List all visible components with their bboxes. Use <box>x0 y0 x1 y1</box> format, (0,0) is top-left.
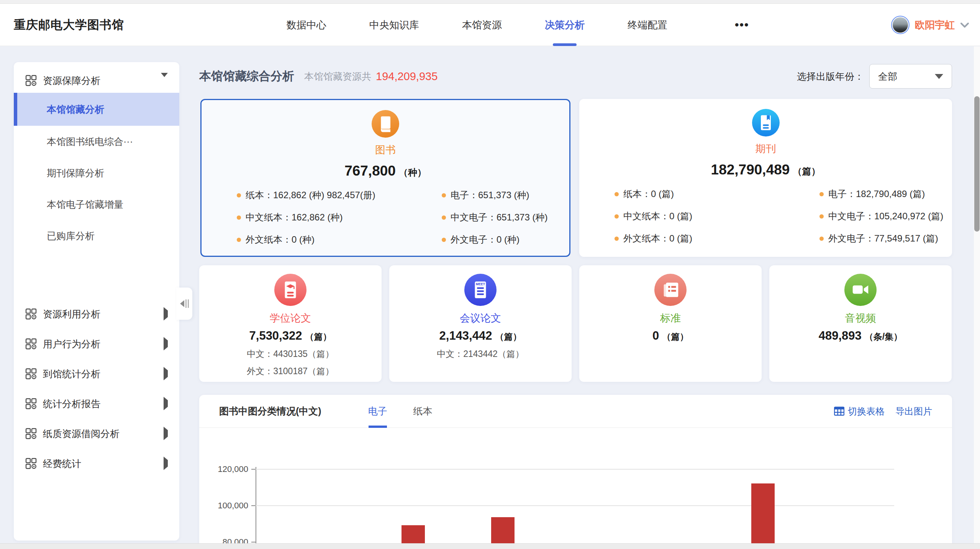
y-axis-tick <box>251 542 256 542</box>
card-books[interactable]: 图书 767,800 （种） 纸本：162,862 (种) 982,457(册)… <box>200 99 570 257</box>
stat-line: 中文纸本：162,862 (种) <box>237 211 442 224</box>
chart-header: 图书中图分类情况(中文) 电子 纸本 <box>199 395 952 428</box>
grid-eye-icon <box>25 398 37 409</box>
bottom-scrollbar-track[interactable] <box>0 543 980 549</box>
sidebar-section-stat-report[interactable]: 统计分析报告 <box>14 389 179 419</box>
y-axis-line <box>256 467 256 549</box>
sidebar-section-user-behavior[interactable]: 用户行为分析 <box>14 329 179 359</box>
card-total: 7,530,322 （篇） <box>199 329 382 343</box>
nav-item-central-knowledge[interactable]: 中央知识库 <box>369 4 419 46</box>
year-select-value: 全部 <box>878 70 897 83</box>
year-filter: 选择出版年份： 全部 <box>797 64 952 89</box>
bullet-icon <box>237 215 241 220</box>
card-title: 期刊 <box>579 142 952 156</box>
sidebar-item-collection-analysis[interactable]: 本馆馆藏分析 <box>14 93 179 126</box>
bar-chart-plot: 120,000100,00080,000 <box>199 428 952 549</box>
journal-stats: 纸本：0 (篇) 中文纸本：0 (篇) 外文纸本：0 (篇) 电子：182,79… <box>579 178 952 245</box>
card-total: 182,790,489 （篇） <box>579 162 952 178</box>
chart-tabs: 电子 纸本 <box>368 395 433 428</box>
conference-sublines: 中文：2143442（篇） <box>389 348 572 360</box>
sidebar-item-book-paper-electronic[interactable]: 本馆图书纸电综合··· <box>14 126 179 157</box>
stat-line: 外文纸本：0 (篇) <box>615 232 819 245</box>
user-menu[interactable]: 欧阳宇虹 <box>891 4 969 46</box>
sidebar-item-e-collection-increment[interactable]: 本馆电子馆藏增量 <box>14 189 179 220</box>
card-total: 767,800 （种） <box>202 163 569 179</box>
bullet-icon <box>615 214 619 219</box>
bullet-icon <box>237 193 241 197</box>
card-title: 学位论文 <box>199 311 382 325</box>
app-root: 重庆邮电大学图书馆 数据中心 中央知识库 本馆资源 决策分析 终端配置 ••• … <box>0 0 980 549</box>
sidebar-section-budget-stats[interactable]: 经费统计 <box>14 449 179 478</box>
sidebar-section-paper-borrow[interactable]: 纸质资源借阅分析 <box>14 419 179 449</box>
year-select[interactable]: 全部 <box>869 64 952 89</box>
card-total: 0 （篇） <box>579 329 762 343</box>
y-axis-tick <box>251 469 256 470</box>
grid-eye-icon <box>25 428 37 439</box>
sidebar-item-journal-guarantee[interactable]: 期刊保障分析 <box>14 157 179 189</box>
sidebar-section-visit-stats[interactable]: 到馆统计分析 <box>14 359 179 389</box>
chevron-right-icon <box>164 430 168 437</box>
sidebar-collapse-handle[interactable] <box>176 288 192 320</box>
year-filter-label: 选择出版年份： <box>797 70 864 83</box>
stat-line: 纸本：162,862 (种) 982,457(册) <box>237 189 442 201</box>
nav-item-data-center[interactable]: 数据中心 <box>287 4 326 46</box>
tab-electronic[interactable]: 电子 <box>368 395 387 428</box>
stat-line: 电子：182,790,489 (篇) <box>819 188 943 200</box>
nav-item-terminal-config[interactable]: 终端配置 <box>628 4 667 46</box>
bullet-icon <box>442 215 446 220</box>
section-label: 资源保障分析 <box>43 74 100 87</box>
chevron-right-icon <box>164 340 168 347</box>
bullet-icon <box>819 214 824 219</box>
y-axis-label: 120,000 <box>202 464 248 474</box>
nav-item-decision-analysis[interactable]: 决策分析 <box>545 4 585 46</box>
bullet-icon <box>615 237 619 241</box>
y-axis-tick <box>251 505 256 506</box>
card-total: 489,893 （条/集） <box>769 329 952 343</box>
stat-line: 纸本：0 (篇) <box>615 188 819 200</box>
card-title: 图书 <box>202 143 569 157</box>
tab-paper[interactable]: 纸本 <box>413 395 433 428</box>
page-subtitle: 本馆馆藏资源共 <box>304 70 371 83</box>
card-audio-video[interactable]: 音视频 489,893 （条/集） <box>769 265 952 382</box>
grid-eye-icon <box>25 308 37 320</box>
caret-down-icon <box>161 77 168 84</box>
sidebar-section-resource-guarantee[interactable]: 资源保障分析 <box>14 68 179 93</box>
topbar: 重庆邮电大学图书馆 数据中心 中央知识库 本馆资源 决策分析 终端配置 ••• … <box>0 4 980 46</box>
export-image-button[interactable]: 导出图片 <box>895 405 932 418</box>
stat-line: 中文电子：105,240,972 (篇) <box>819 210 943 222</box>
vertical-scrollbar-thumb[interactable] <box>974 96 980 232</box>
card-journals[interactable]: 期刊 182,790,489 （篇） 纸本：0 (篇) 中文纸本：0 (篇) 外… <box>579 99 952 257</box>
collapse-icon <box>180 300 184 307</box>
stat-line: 外文纸本：0 (种) <box>237 233 442 246</box>
avatar[interactable] <box>891 16 910 34</box>
sidebar-submenu: 本馆馆藏分析 本馆图书纸电综合··· 期刊保障分析 本馆电子馆藏增量 已购库分析 <box>14 93 179 251</box>
grid-eye-icon <box>25 368 37 380</box>
active-indicator-bar <box>14 93 17 126</box>
page-title: 本馆馆藏综合分析 <box>199 68 294 84</box>
card-conference-papers[interactable]: MEET 会议论文 2,143,442 （篇） 中文：2143442（篇） <box>389 265 572 382</box>
app-title: 重庆邮电大学图书馆 <box>14 4 124 46</box>
nav-item-library-resources[interactable]: 本馆资源 <box>462 4 502 46</box>
chevron-right-icon <box>164 311 168 317</box>
card-standards[interactable]: 标准 0 （篇） <box>579 265 762 382</box>
stat-line: 电子：651,373 (种) <box>442 189 547 201</box>
card-theses[interactable]: 学位论文 7,530,322 （篇） 中文：4430135（篇） 外文：3100… <box>199 265 382 382</box>
bullet-icon <box>237 238 241 242</box>
vertical-scrollbar-track[interactable] <box>974 46 980 543</box>
toggle-table-button[interactable]: 切换表格 <box>834 405 885 418</box>
stat-line: 中文：2143442（篇） <box>437 348 524 360</box>
sidebar-item-purchased-db[interactable]: 已购库分析 <box>14 220 179 251</box>
chevron-right-icon <box>164 400 168 407</box>
standard-icon <box>654 274 687 306</box>
nav-item-more[interactable]: ••• <box>735 4 749 46</box>
stat-line: 中文：4430135（篇） <box>247 348 334 360</box>
grid-eye-icon <box>25 338 37 350</box>
card-title: 标准 <box>579 311 762 325</box>
card-title: 会议论文 <box>389 311 572 325</box>
classification-chart-card: 图书中图分类情况(中文) 电子 纸本 <box>199 395 952 549</box>
table-icon <box>834 406 844 416</box>
sidebar-section-resource-usage[interactable]: 资源利用分析 <box>14 299 179 329</box>
bullet-icon <box>819 192 824 196</box>
total-resource-count: 194,209,935 <box>376 70 438 83</box>
sidebar: 资源保障分析 本馆馆藏分析 本馆图书纸电综合··· 期刊保障分析 本馆电子馆藏增… <box>14 62 179 541</box>
